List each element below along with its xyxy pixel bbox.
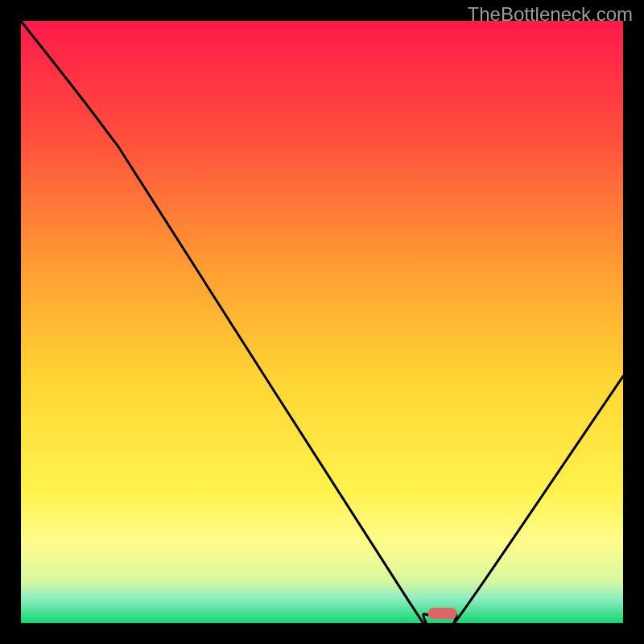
- watermark-text: TheBottleneck.com: [468, 3, 633, 26]
- chart-svg: [0, 0, 644, 644]
- bottleneck-chart: TheBottleneck.com: [0, 0, 644, 644]
- optimal-marker: [428, 608, 457, 619]
- chart-plot-area: [21, 21, 623, 623]
